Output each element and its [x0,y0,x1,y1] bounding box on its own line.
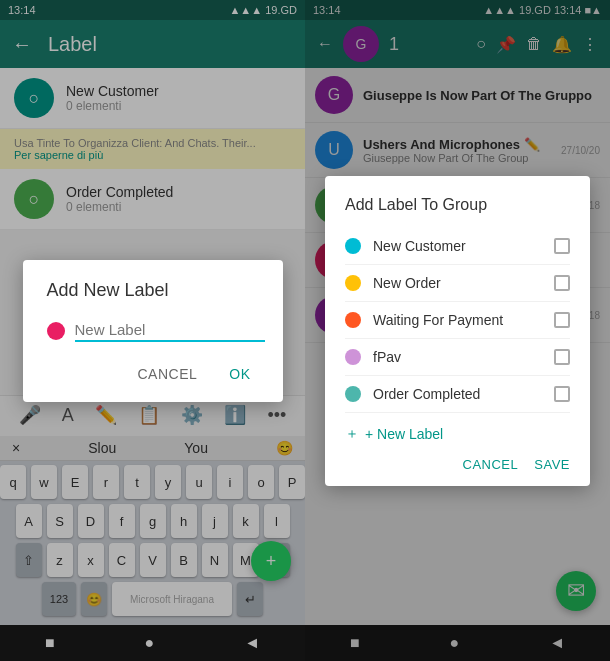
label-checkbox[interactable] [554,275,570,291]
label-checkbox[interactable] [554,312,570,328]
ok-button[interactable]: OK [221,362,258,386]
add-label-dialog: Add New Label CANCEL OK [23,260,283,402]
right-dialog-title: Add Label To Group [345,196,570,214]
cancel-button[interactable]: CANCEL [129,362,205,386]
right-cancel-button[interactable]: CANCEL [463,457,519,472]
label-color-dot [345,349,361,365]
label-name: Waiting For Payment [373,312,554,328]
label-name: New Customer [373,238,554,254]
label-option-new-customer[interactable]: New Customer [345,228,570,265]
label-name: fPav [373,349,554,365]
add-label-dialog-overlay: Add New Label CANCEL OK [0,0,305,661]
label-color-dot [345,238,361,254]
dialog-actions: CANCEL OK [47,362,259,386]
add-icon: ＋ [345,425,359,443]
label-option-order-completed[interactable]: Order Completed [345,376,570,413]
label-option-new-order[interactable]: New Order [345,265,570,302]
right-dialog-actions: CANCEL SAVE [345,457,570,472]
dialog-title: Add New Label [47,280,259,301]
label-color-dot [345,275,361,291]
right-save-button[interactable]: SAVE [534,457,570,472]
label-checkbox[interactable] [554,238,570,254]
add-label-to-group-dialog: Add Label To Group New Customer New Orde… [325,176,590,486]
label-color-picker[interactable] [47,322,65,340]
label-option-fpav[interactable]: fPav [345,339,570,376]
left-panel: 13:14 ▲▲▲ 19.GD ← Label ○ New Customer 0… [0,0,305,661]
label-color-dot [345,386,361,402]
label-name: Order Completed [373,386,554,402]
right-panel: 13:14 ▲▲▲ 19.GD 13:14 ■▲ ← G 1 ○ 📌 🗑 🔔 ⋮… [305,0,610,661]
label-color-dot [345,312,361,328]
label-option-waiting-payment[interactable]: Waiting For Payment [345,302,570,339]
add-label-to-group-dialog-overlay: Add Label To Group New Customer New Orde… [305,0,610,661]
dialog-input-row [47,321,259,342]
label-name: New Order [373,275,554,291]
add-new-label-text: + New Label [365,426,443,442]
label-checkbox[interactable] [554,386,570,402]
new-label-input[interactable] [75,321,265,342]
add-new-label-row[interactable]: ＋ + New Label [345,413,570,447]
label-checkbox[interactable] [554,349,570,365]
